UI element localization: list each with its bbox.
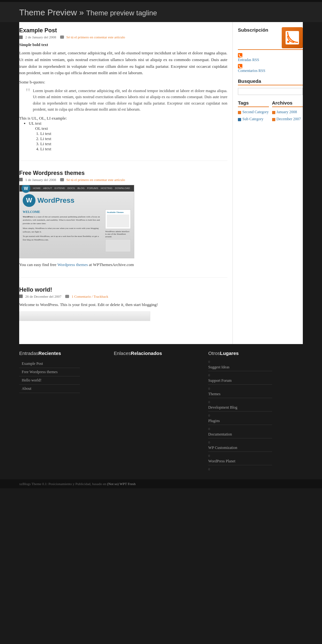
- calendar-icon-3: [19, 295, 23, 298]
- rss-entries-row: Entradas RSS: [238, 52, 303, 62]
- tag-bullet-2: [238, 118, 241, 121]
- rss-entries-link[interactable]: Entradas RSS: [238, 58, 303, 62]
- tag-item-1: Second Category: [238, 110, 269, 115]
- otros-item-8: 0 WordPress Planet: [208, 454, 303, 465]
- tag-link-1[interactable]: Second Category: [242, 110, 269, 114]
- calendar-icon-1: [19, 35, 23, 39]
- otros-zero-2: 0: [208, 373, 303, 377]
- main-wrapper: Example Post 2 de January del 2008 Sé tú…: [19, 22, 303, 344]
- comment-icon-1: [60, 35, 64, 39]
- subscription-title-text: Subscripción: [238, 27, 268, 33]
- footer-recent-link-4[interactable]: About: [19, 385, 80, 393]
- archives-col: Archivos January 2008 December 2007: [272, 100, 303, 124]
- wp-sidebar-box-1: Available Themes: [105, 209, 131, 229]
- post-title-3: Hello world!: [19, 287, 227, 293]
- rss-comments-link[interactable]: Comentarios RSS: [238, 68, 303, 73]
- otros-zero-3: 0: [208, 387, 303, 390]
- bottom-text-based: basado en: [92, 482, 107, 486]
- otros-zero-9: 0: [208, 467, 303, 471]
- otros-item-6: 0 Documentation: [208, 427, 303, 438]
- search-input[interactable]: [238, 88, 303, 95]
- post-meta-2: 1 de January del 2008 Sé tú el primero e…: [19, 178, 227, 182]
- tag-link-2[interactable]: Sub Category: [242, 117, 263, 122]
- otros-link-1[interactable]: Suggest Ideas: [208, 364, 272, 371]
- wp-main-text: WELCOME WordPress is a state-of-the-art …: [23, 209, 103, 256]
- otros-link-6[interactable]: Documentation: [208, 431, 272, 438]
- otros-zero-1: 0: [208, 360, 303, 364]
- tags-col: Tags Second Category Sub Category: [238, 100, 269, 124]
- search-widget: Busqueda: [238, 78, 303, 95]
- otros-link-2[interactable]: Support Forum: [208, 377, 272, 385]
- otros-link-5[interactable]: Plugins: [208, 417, 272, 425]
- otros-item-2: 0 Support Forum: [208, 373, 303, 385]
- wordpress-image: W HOME ABOUT EXTEND DOCS BLOG FORUMS HOS…: [19, 185, 134, 258]
- post-example-post: Example Post 2 de January del 2008 Sé tú…: [19, 27, 227, 161]
- footer-recent-bold: Recientes: [38, 350, 61, 356]
- archive-link-1[interactable]: January 2008: [277, 110, 297, 114]
- wp-nav-forums: FORUMS: [87, 187, 98, 190]
- rss-comments-row: Comentarios RSS: [238, 63, 303, 73]
- wp-available: Available Themes: [107, 211, 129, 214]
- footer-links-normal: Enlaces: [114, 350, 131, 356]
- post-date-2: 1 de January del 2008: [25, 178, 56, 182]
- otros-link-4[interactable]: Development Blog: [208, 404, 272, 412]
- wp-nav-hosting: HOSTING: [101, 187, 112, 190]
- comment-link-3[interactable]: 1 Comentario / Trackback: [72, 295, 108, 298]
- footer: EntradasRecientes Example Post Free Word…: [0, 344, 322, 479]
- footer-recent-title: EntradasRecientes: [19, 350, 114, 356]
- wp-more-text: More simply, WordPress is what you use w…: [23, 227, 103, 233]
- post-hello-world: Hello world! 26 de December del 2007 1 C…: [19, 287, 227, 330]
- wordpress-themes-link[interactable]: Wordpress themes: [57, 262, 88, 267]
- footer-otros-normal: Otros: [208, 350, 220, 356]
- ul-ol-label: This is UL, OL, LI example: UL text OL t…: [19, 116, 227, 152]
- wp-nav-bar: W HOME ABOUT EXTEND DOCS BLOG FORUMS HOS…: [20, 185, 134, 192]
- post-subtitle-1: Simple bold text: [19, 42, 227, 47]
- wp-nav-extend: EXTEND: [55, 187, 65, 190]
- tag-item-2: Sub Category: [238, 117, 269, 122]
- footer-recent-normal: Entradas: [19, 350, 38, 356]
- archive-item-1: January 2008: [272, 110, 303, 115]
- footer-recent-link-2[interactable]: Free Wordpress themes: [19, 368, 80, 376]
- otros-item-7: 0 WP Customization: [208, 440, 303, 452]
- wp-logo-area: W WordPress: [20, 192, 134, 209]
- otros-zero-7: 0: [208, 440, 303, 444]
- wp-content-area: WELCOME WordPress is a state-of-the-art …: [20, 209, 134, 258]
- blockquote-section: " Lorem ipsum dolor sit amet, consectetu…: [26, 88, 227, 113]
- otros-zero-4: 0: [208, 400, 303, 404]
- footer-links: EnlacesRelacionados: [114, 350, 208, 473]
- wp-nav-about: ABOUT: [43, 187, 52, 190]
- sidebar: Subscripción Entradas RSS Comentarios RS…: [232, 22, 303, 344]
- rss-comments-icon: [238, 64, 242, 68]
- site-tagline: Theme preview tagline: [86, 9, 157, 17]
- wp-nav-home: HOME: [33, 187, 41, 190]
- bottom-link[interactable]: (Not so) WPT Fresh: [107, 482, 136, 486]
- post-meta-3: 26 de December del 2007 1 Comentario / T…: [19, 295, 227, 298]
- otros-link-7[interactable]: WP Customization: [208, 444, 272, 452]
- blockquote-text: Lorem ipsum dolor sit amet, consectetur …: [33, 88, 227, 113]
- comment-link-1[interactable]: Sé tú el primero en comentar este artícu…: [67, 35, 125, 39]
- footer-recent-link-1[interactable]: Example Post: [19, 360, 80, 368]
- li-item-3: Li text: [40, 141, 227, 146]
- post-body-1: Lorem ipsum dolor sit amet, consectetur …: [19, 50, 227, 76]
- li-item-1: Li text: [40, 131, 227, 136]
- archive-link-2[interactable]: December 2007: [277, 117, 301, 122]
- wp-nav-blog: BLOG: [77, 187, 84, 190]
- site-separator: »: [77, 8, 86, 17]
- footer-recent-link-3[interactable]: Hello world!: [19, 376, 80, 385]
- otros-item-5: 0 Plugins: [208, 413, 303, 425]
- comment-link-2[interactable]: Sé tú el primero en comentar este artícu…: [67, 178, 125, 182]
- otros-item-1: 0 Suggest Ideas: [208, 360, 303, 371]
- tags-archives-container: Tags Second Category Sub Category Archiv…: [238, 100, 303, 124]
- otros-link-3[interactable]: Themes: [208, 390, 272, 398]
- footer-otros-bold: Lugares: [220, 350, 239, 356]
- post-body-2: You can easy find free Wordpress themes …: [19, 262, 227, 268]
- otros-item-9: 0: [208, 467, 303, 471]
- otros-link-8[interactable]: WordPress Planet: [208, 458, 272, 465]
- calendar-icon-2: [19, 178, 23, 181]
- archive-item-2: December 2007: [272, 117, 303, 122]
- comment-icon-2: [60, 178, 64, 181]
- site-title: Theme Preview » Theme preview tagline: [19, 8, 157, 17]
- subscription-widget: Subscripción Entradas RSS Comentarios RS…: [238, 27, 303, 73]
- tags-archives-widget: Tags Second Category Sub Category Archiv…: [238, 100, 303, 124]
- comment-icon-3: [65, 295, 69, 298]
